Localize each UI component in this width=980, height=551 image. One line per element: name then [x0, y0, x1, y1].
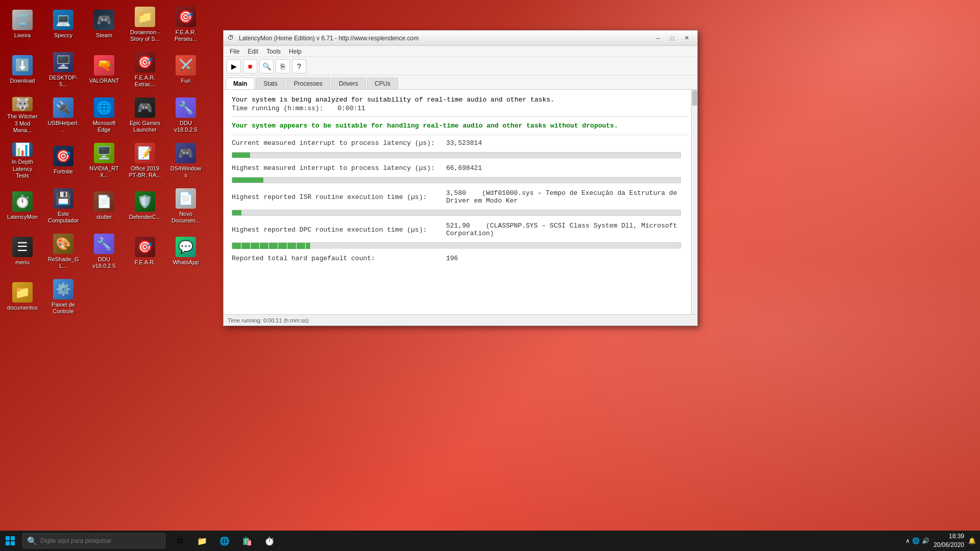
window-title-text: LatencyMon (Home Edition) v 6.71 - http:… — [239, 35, 648, 42]
search-button[interactable]: 🔍 — [259, 59, 274, 73]
start-button[interactable] — [0, 531, 20, 551]
desktop-icon-fear3[interactable]: 🎯 F.E.A.R. — [127, 231, 163, 272]
desktop-icon-ds4[interactable]: 🎮 DS4Windows — [167, 140, 204, 181]
taskbar-edge[interactable]: 🌐 — [214, 531, 235, 551]
taskbar-right: ∧ 🌐 🔊 18:39 20/06/2020 🔔 — [905, 532, 980, 549]
desktop-icon-desktop5[interactable]: 🖥️ DESKTOP-5... — [45, 49, 82, 90]
icon-image-whatsapp: 💬 — [176, 237, 196, 257]
icon-image-menu: ☰ — [12, 237, 33, 257]
search-input[interactable] — [40, 537, 161, 544]
dpc-segment-8 — [306, 243, 311, 249]
desktop-icon-depth[interactable]: 📊 In Depth Latency Tests — [4, 140, 41, 181]
window-content: Your system is being analyzed for suitab… — [224, 90, 697, 314]
desktop-icon-reshade[interactable]: 🎨 ReShade_GL... — [45, 231, 82, 272]
menu-tools[interactable]: Tools — [262, 47, 285, 56]
progress-bar-1 — [232, 177, 681, 183]
desktop-icon-steam[interactable]: 🎮 Steam — [86, 4, 122, 45]
desktop-icon-fear-persu[interactable]: 🎯 F.E.A.R. Perseu... — [167, 4, 204, 45]
desktop-icon-fear-extrac[interactable]: 🎯 F.E.A.R. Extrac... — [127, 49, 163, 90]
icon-image-ds4: 🎮 — [176, 143, 196, 163]
icon-label-ddu: DDU v18.0.2.5 — [169, 120, 202, 133]
taskbar-file-explorer[interactable]: 📁 — [192, 531, 212, 551]
dpc-segment-6 — [287, 243, 297, 249]
desktop-icon-speccy[interactable]: 💻 Speccy — [45, 4, 82, 45]
desktop-icon-nvidia[interactable]: 🖥️ NVIDIA_RTX... — [86, 140, 122, 181]
tray-chevron[interactable]: ∧ — [905, 537, 910, 544]
tab-drivers[interactable]: Drivers — [331, 78, 366, 89]
analysis-text: Your system is being analyzed for suitab… — [232, 96, 689, 104]
desktop-icon-ddu2[interactable]: 🔧 DDU v18.0.2.5 — [86, 231, 122, 272]
desktop-icon-download[interactable]: ⬇️ Download — [4, 49, 41, 90]
notification-icon[interactable]: 🔔 — [968, 537, 976, 544]
minimize-button[interactable]: ─ — [651, 33, 665, 43]
desktop-icon-edge[interactable]: 🌐 Microsoft Edge — [86, 95, 122, 136]
desktop-icon-documentos[interactable]: 📁 documentos — [4, 277, 41, 317]
desktop-icon-defender[interactable]: 🛡️ DefenderC... — [127, 186, 163, 227]
icon-image-edge: 🌐 — [94, 97, 114, 118]
icon-image-ddu: 🔧 — [176, 97, 196, 118]
icon-image-fear3: 🎯 — [135, 237, 155, 257]
task-view-button[interactable]: ⧉ — [169, 531, 190, 551]
window-tabs: Main Stats Processes Drivers CPUs — [224, 76, 697, 90]
taskbar-latencymon[interactable]: ⏱️ — [259, 531, 280, 551]
copy-button[interactable]: ⎘ — [276, 59, 290, 73]
stop-button[interactable]: ■ — [243, 59, 257, 73]
window-titlebar: ⏱ LatencyMon (Home Edition) v 6.71 - htt… — [224, 31, 697, 46]
desktop-icon-computador[interactable]: 💾 Este Computador — [45, 186, 82, 227]
icon-label-depth: In Depth Latency Tests — [6, 159, 39, 179]
play-button[interactable]: ▶ — [227, 59, 241, 73]
metric-group-1: Highest measured interrupt to process la… — [232, 164, 689, 183]
taskbar-store[interactable]: 🛍️ — [237, 531, 257, 551]
icon-image-defender: 🛡️ — [135, 191, 155, 212]
icon-label-reshade: ReShade_GL... — [47, 256, 80, 269]
help-toolbar-button[interactable]: ? — [292, 59, 306, 73]
desktop-icon-painel[interactable]: ⚙️ Painel de Controle — [45, 277, 82, 317]
menu-file[interactable]: File — [226, 47, 243, 56]
metric-bar-container-1 — [232, 177, 689, 183]
status-text: Your system appears to be suitable for h… — [232, 122, 689, 130]
dpc-segment-1 — [241, 243, 251, 249]
metric-row-3: Highest reported DPC routine execution t… — [232, 222, 689, 237]
desktop-icon-whatsapp[interactable]: 💬 WhatsApp — [167, 231, 204, 272]
desktop-icon-menu[interactable]: ☰ menu — [4, 231, 41, 272]
tab-cpus[interactable]: CPUs — [367, 78, 398, 89]
desktop-icon-fortnite[interactable]: 🎯 Fortnite — [45, 140, 82, 181]
menu-help[interactable]: Help — [285, 47, 306, 56]
menu-edit[interactable]: Edit — [243, 47, 262, 56]
desktop-icon-stutter[interactable]: 📄 stutter — [86, 186, 122, 227]
desktop-icon-witcher[interactable]: 🐺 The Witcher 3 Mod Mana... — [4, 95, 41, 136]
desktop-icon-valorant[interactable]: 🔫 VALORANT — [86, 49, 122, 90]
icon-image-doraemon: 📁 — [135, 7, 155, 27]
scrollbar-vertical[interactable] — [691, 90, 697, 314]
icon-label-office: Office 2019 PT-BR: RA... — [129, 165, 161, 179]
desktop-icon-usb[interactable]: 🔌 USBHelperI... — [45, 95, 82, 136]
progress-fill-1 — [232, 178, 263, 183]
dpc-segment-5 — [278, 243, 287, 249]
desktop-icon-office[interactable]: 📝 Office 2019 PT-BR: RA... — [127, 140, 163, 181]
window-menubar: File Edit Tools Help — [224, 46, 697, 57]
progress-fill-2 — [232, 210, 241, 215]
desktop-icon-latencymon[interactable]: ⏱️ LatencyMon — [4, 186, 41, 227]
icon-label-valorant: VALORANT — [89, 78, 119, 84]
icon-label-usb: USBHelperI... — [47, 120, 80, 133]
search-bar[interactable]: 🔍 — [22, 533, 165, 548]
desktop-icon-epic[interactable]: 🎮 Epic Games Launcher — [127, 95, 163, 136]
desktop-icon-lixeira[interactable]: 🗑️ Lixeira — [4, 4, 41, 45]
icon-label-defender: DefenderC... — [129, 214, 161, 220]
tab-main[interactable]: Main — [226, 78, 255, 89]
taskbar-clock[interactable]: 18:39 20/06/2020 — [934, 532, 964, 549]
desktop-icon-novo[interactable]: 📄 Novo Documen... — [167, 186, 204, 227]
desktop-icon-furi[interactable]: ⚔️ Furi — [167, 49, 204, 90]
metric-row-0: Current measured interrupt to process la… — [232, 139, 689, 147]
close-button[interactable]: ✕ — [680, 33, 693, 43]
icon-image-reshade: 🎨 — [53, 234, 74, 254]
maximize-button[interactable]: □ — [666, 33, 679, 43]
tray-volume[interactable]: 🔊 — [922, 537, 929, 544]
desktop-icon-ddu[interactable]: 🔧 DDU v18.0.2.5 — [167, 95, 204, 136]
metric-group-2: Highest reported ISR routine execution t… — [232, 189, 689, 216]
icon-image-download: ⬇️ — [12, 55, 33, 76]
tab-stats[interactable]: Stats — [256, 78, 285, 89]
tray-network[interactable]: 🌐 — [912, 537, 920, 544]
tab-processes[interactable]: Processes — [286, 78, 330, 89]
desktop-icon-doraemon[interactable]: 📁 Doraemon - Story of S... — [127, 4, 163, 45]
